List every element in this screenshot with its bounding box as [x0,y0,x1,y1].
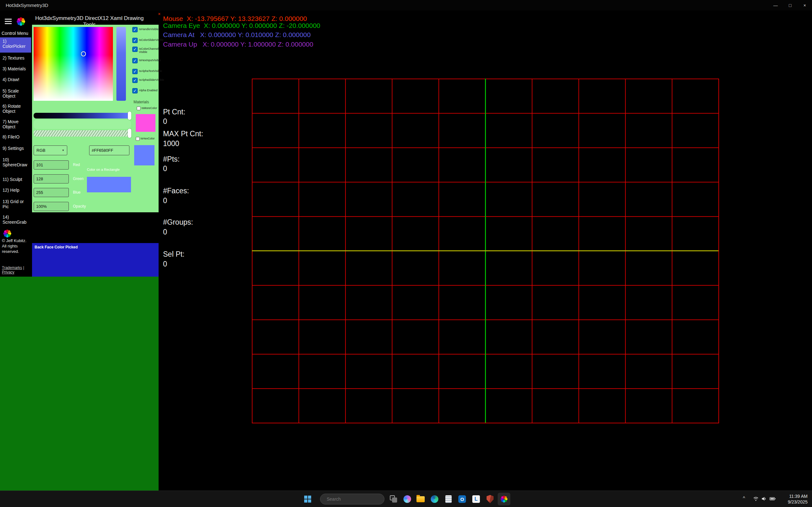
sidebar-item-sculpt[interactable]: 11) Sculpt [3,177,29,182]
footer-links: Trademarks | Privacy [2,266,29,274]
window-controls: — □ × [768,0,812,10]
search-input[interactable] [327,497,384,502]
checkbox-checked-icon[interactable] [132,88,138,94]
sidebar-item-grid-or-pic[interactable]: 13) Grid or Pic [3,199,29,209]
color-value-slider[interactable] [116,27,126,101]
blue-channel-label: Blue [73,190,81,194]
spectrum-cursor-icon[interactable] [81,51,86,56]
sidebar-item-settings[interactable]: 9) Settings [3,146,29,151]
taskbar: ^ 11:39 AM 9/23/2025 [0,491,812,507]
checkbox-label: IsColorChannel Visible [139,47,159,54]
maximize-button[interactable]: □ [783,0,798,10]
security-shield-icon [487,495,494,503]
tray-clock[interactable]: 11:39 AM 9/23/2025 [788,493,808,505]
option-row-color-slider-visible: IsColorSliderVisible [132,38,158,43]
sidebar-item-screengrab[interactable]: 14) ScreenGrab [3,215,29,225]
copilot-icon [403,495,411,503]
task-view-button[interactable] [387,493,400,505]
color-spectrum[interactable] [34,27,113,101]
trademarks-link[interactable]: Trademarks [2,266,22,270]
hex-value-input[interactable] [89,146,130,155]
option-row-alpha-text-visible: IsAlphaTextVisible [132,69,158,74]
sidebar-item-draw[interactable]: 4) Draw! [3,77,29,82]
stat-value: 0 [163,196,167,205]
color-preview-rectangle [87,177,131,192]
hamburger-menu-icon[interactable] [5,19,12,24]
sidebar-item-scale-object[interactable]: 5) Scale Object [3,89,29,99]
checkbox-checked-icon[interactable] [132,58,138,63]
stat-label: #Groups: [163,218,193,227]
l-app-button[interactable] [470,493,483,505]
back-face-label: Back Face Color Picked [35,245,78,249]
sidebar-item-textures[interactable]: 2) Textures [3,55,29,60]
volume-icon[interactable] [761,496,767,501]
material-color-swatch[interactable] [136,114,155,132]
checkbox-checked-icon[interactable] [132,69,138,74]
alpha-slider-handle[interactable] [128,129,131,138]
alpha-opacity-slider[interactable] [34,130,131,136]
sidebar-item-colorpicker[interactable]: 1) ColorPicker [3,39,29,49]
stat-value: 0 [163,164,167,173]
more-color-option: IsMoreColor [137,107,157,110]
option-row-handle-visible: IsHandleVisible [132,27,158,32]
copyright-text: © Jeff Kubitz. All rights reserved. [2,238,29,254]
checkbox-unchecked-icon[interactable] [137,107,141,110]
edge-button[interactable] [428,493,441,505]
file-explorer-icon [416,496,425,502]
taskbar-search[interactable] [320,494,385,504]
stat-label: Pt Cnt: [163,108,185,116]
gradient-slider-handle[interactable] [128,112,131,120]
start-button[interactable] [301,493,314,505]
front-face-color-display [0,277,159,491]
mouse-readout: Mouse X: -13.795667 Y: 13.323627 Z: 0.00… [163,15,307,22]
stat-value: 1000 [163,139,179,148]
option-row-alpha-slider-visible: IsAlphaSliderVisible [132,78,158,83]
control-menu-sidebar: Control Menu 1) ColorPicker 2) Textures … [0,29,31,282]
checkbox-label: Alpha Enabled [139,88,158,92]
title-bar: Hot3dxSymmetry3D — □ × [0,0,812,10]
checkbox-label: IsHexInputVisible [139,58,161,62]
checkbox-checked-icon[interactable] [132,38,138,43]
notepad-button[interactable] [442,493,455,505]
sidebar-item-rotate-object[interactable]: 6) Rotate Object [3,104,29,114]
sidebar-item-help[interactable]: 12) Help [3,187,29,193]
outlook-button[interactable] [456,493,468,505]
stat-value: 0 [163,260,167,268]
color-model-dropdown[interactable]: RGB [34,146,67,155]
red-channel-input[interactable] [34,160,69,170]
opacity-label: Opacity [73,204,86,209]
checkbox-label: IsMoreColor [142,107,157,110]
blue-channel-input[interactable] [34,188,69,197]
drawing-grid-viewport[interactable] [252,78,719,424]
control-menu-header: Control Menu [2,31,28,36]
opacity-input[interactable] [34,202,69,211]
hot3dx-app-button[interactable] [498,493,510,505]
checkbox-label: IsAlphaSliderVisible [139,78,164,81]
minimize-button[interactable]: — [768,0,783,10]
hex-color-option: IsHexColor [136,137,155,141]
edge-icon [431,495,438,503]
file-explorer-button[interactable] [414,493,427,505]
stat-label: #Pts: [163,155,180,164]
hidden-icons-chevron-icon[interactable]: ^ [743,495,745,501]
security-button[interactable] [484,493,496,505]
red-channel-label: Red [73,163,80,167]
sidebar-item-materials[interactable]: 3) Materials [3,66,29,71]
sidebar-item-fileio[interactable]: 8) FileIO [3,134,29,139]
checkbox-unchecked-icon[interactable] [136,137,140,141]
color-model-value: RGB [37,148,45,153]
checkbox-checked-icon[interactable] [132,47,138,52]
copilot-button[interactable] [401,493,414,505]
checkbox-checked-icon[interactable] [132,27,138,32]
checkbox-checked-icon[interactable] [132,78,138,83]
color-gradient-slider[interactable] [34,113,131,118]
privacy-link[interactable]: Privacy [2,270,14,274]
sidebar-item-move-object[interactable]: 7) Move Object [3,119,29,129]
close-button[interactable]: × [798,0,812,10]
sidebar-item-spheredraw[interactable]: 10) SphereDraw [3,157,29,167]
stat-value: 0 [163,117,167,126]
battery-icon[interactable] [769,496,776,501]
materials-label: Materials [134,100,149,104]
wifi-icon[interactable] [753,496,759,501]
green-channel-input[interactable] [34,174,69,183]
